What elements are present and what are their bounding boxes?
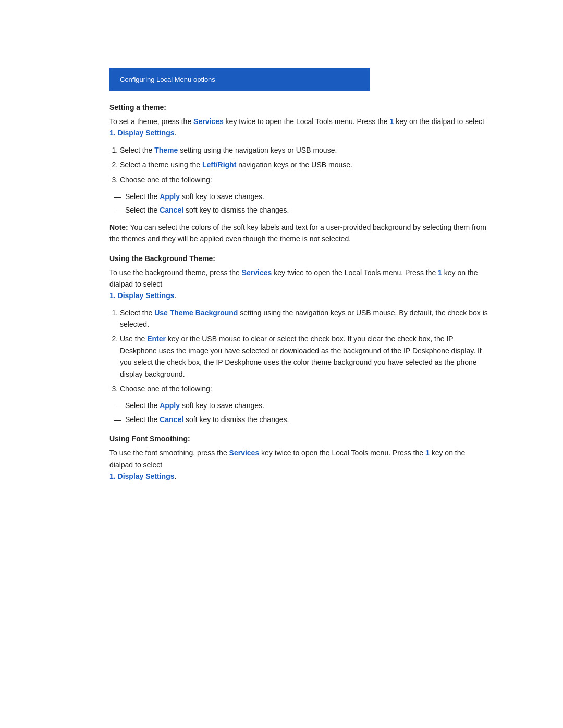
use-theme-background-link: Use Theme Background [154,309,238,317]
note-label-1: Note: [109,223,128,231]
theme-dash-list: Select the Apply soft key to save change… [125,191,490,216]
list-item: Choose one of the following: [120,383,490,394]
font-smoothing-intro-text: To use the font smoothing, press the Ser… [109,447,490,482]
display-settings-link-1: 1. Display Settings [109,129,174,137]
note-text-1: Note: You can select the colors of the s… [109,221,490,245]
dash-list-item: Select the Apply soft key to save change… [125,191,490,202]
display-settings-link-3: 1. Display Settings [109,472,174,480]
theme-intro-text: To set a theme, press the Services key t… [109,116,490,139]
section-font-smoothing: Using Font Smoothing: To use the font sm… [109,435,490,482]
header-banner: Configuring Local Menu options [109,68,370,91]
leftright-link: Left/Right [202,161,236,169]
section-heading-font-smoothing: Using Font Smoothing: [109,435,490,443]
section-heading-theme: Setting a theme: [109,103,490,112]
section-background-theme: Using the Background Theme: To use the b… [109,254,490,426]
cancel-link-2: Cancel [160,415,183,424]
list-item: Select the Use Theme Background setting … [120,307,490,330]
background-theme-ordered-list: Select the Use Theme Background setting … [120,307,490,395]
section-setting-a-theme: Setting a theme: To set a theme, press t… [109,103,490,245]
display-settings-link-2: 1. Display Settings [109,291,174,300]
key-1-link-2: 1 [438,268,442,277]
dash-list-item: Select the Cancel soft key to dismiss th… [125,414,490,425]
apply-link-1: Apply [160,192,180,201]
list-item: Select a theme using the Left/Right navi… [120,159,490,170]
background-theme-intro-text: To use the background theme, press the S… [109,267,490,302]
services-link-1: Services [193,117,224,126]
list-item: Select the Theme setting using the navig… [120,144,490,156]
services-link-3: Services [229,449,260,457]
dash-list-item: Select the Cancel soft key to dismiss th… [125,204,490,216]
enter-link: Enter [147,335,166,343]
background-theme-dash-list: Select the Apply soft key to save change… [125,400,490,425]
dash-list-item: Select the Apply soft key to save change… [125,400,490,411]
section-heading-background-theme: Using the Background Theme: [109,254,490,263]
theme-link: Theme [154,146,178,154]
apply-link-2: Apply [160,401,180,410]
theme-ordered-list: Select the Theme setting using the navig… [120,144,490,186]
list-item: Use the Enter key or the USB mouse to cl… [120,333,490,380]
page-container: Configuring Local Menu options Setting a… [0,68,563,728]
cancel-link-1: Cancel [160,206,183,214]
key-1-link-3: 1 [425,449,430,457]
header-banner-text: Configuring Local Menu options [120,76,215,83]
services-link-2: Services [242,268,272,277]
key-1-link-1: 1 [390,117,394,126]
content-area: Setting a theme: To set a theme, press t… [109,103,490,482]
list-item: Choose one of the following: [120,174,490,186]
